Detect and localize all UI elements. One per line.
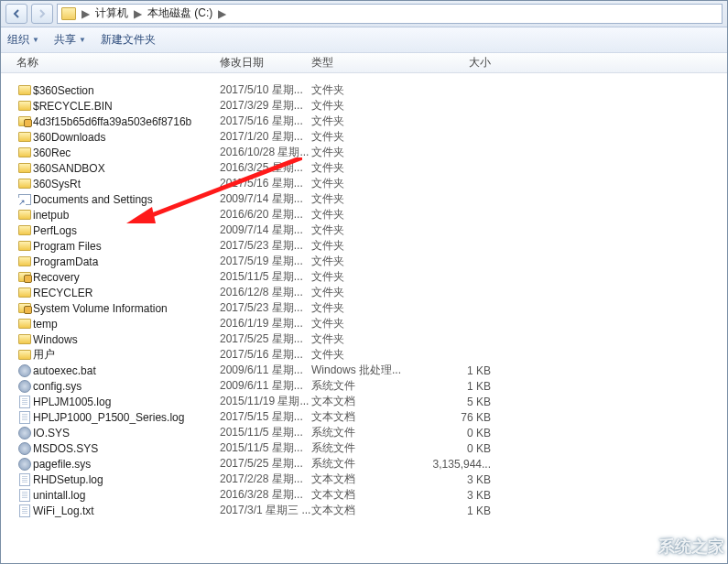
file-row[interactable]: 360SysRt2017/5/16 星期...文件夹 [0, 176, 728, 191]
file-row[interactable]: ProgramData2017/5/19 星期...文件夹 [0, 254, 728, 269]
file-date: 2016/3/25 星期... [220, 160, 311, 176]
column-headers: 名称 修改日期 类型 大小 [0, 53, 728, 73]
col-type[interactable]: 类型 [311, 55, 403, 70]
file-type: 文件夹 [311, 176, 403, 191]
file-row[interactable]: 360SANDBOX2016/3/25 星期...文件夹 [0, 160, 728, 176]
file-name: RECYCLER [33, 287, 220, 299]
crumb-drive[interactable]: 本地磁盘 (C:) [147, 5, 212, 21]
file-type: 文件夹 [311, 269, 403, 285]
file-row[interactable]: 4d3f15b65d6ffa39a503e6f8716b2017/5/16 星期… [0, 114, 728, 129]
file-row[interactable]: MSDOS.SYS2015/11/5 星期...系统文件0 KB [0, 440, 728, 456]
file-row[interactable]: pagefile.sys2017/5/25 星期...系统文件3,135,944… [0, 456, 728, 472]
folder-icon [16, 287, 33, 298]
file-row[interactable]: config.sys2009/6/11 星期...系统文件1 KB [0, 378, 728, 394]
file-type: 文件夹 [311, 347, 403, 363]
file-type: 文件夹 [311, 331, 403, 347]
file-row[interactable]: PerfLogs2009/7/14 星期...文件夹 [0, 222, 728, 238]
file-name: Windows [33, 333, 220, 346]
file-row[interactable]: Recovery2015/11/5 星期...文件夹 [0, 269, 728, 285]
file-date: 2017/5/16 星期... [220, 347, 311, 363]
file-type: 文件夹 [311, 207, 403, 222]
new-folder-button[interactable]: 新建文件夹 [101, 32, 156, 48]
file-type: 系统文件 [311, 440, 403, 456]
file-type: 文件夹 [311, 129, 403, 145]
file-name: config.sys [33, 380, 220, 393]
watermark: 系统之家 [624, 535, 724, 559]
file-row[interactable]: WiFi_Log.txt2017/3/1 星期三 ...文本文档1 KB [0, 503, 728, 518]
file-date: 2009/6/11 星期... [220, 363, 311, 378]
file-row[interactable]: Windows2017/5/25 星期...文件夹 [0, 331, 728, 347]
file-type: 文本文档 [311, 394, 403, 409]
file-type: 文件夹 [311, 82, 403, 98]
file-icon [16, 411, 33, 424]
file-date: 2017/2/28 星期... [220, 472, 311, 487]
file-type: 文本文档 [311, 409, 403, 425]
cfg-icon [16, 380, 33, 393]
file-name: MSDOS.SYS [33, 442, 220, 455]
file-date: 2017/5/23 星期... [220, 300, 311, 316]
address-box[interactable]: ▶ 计算机 ▶ 本地磁盘 (C:) ▶ [57, 4, 723, 24]
file-row[interactable]: 360Downloads2017/1/20 星期...文件夹 [0, 129, 728, 145]
file-type: 文件夹 [311, 300, 403, 316]
file-name: 360Downloads [33, 131, 220, 144]
file-name: IO.SYS [33, 427, 220, 439]
file-name: PerfLogs [33, 224, 220, 237]
file-name: ProgramData [33, 255, 220, 268]
file-row[interactable]: inetpub2016/6/20 星期...文件夹 [0, 207, 728, 222]
file-type: 文件夹 [311, 191, 403, 207]
file-row[interactable]: $RECYCLE.BIN2017/3/29 星期...文件夹 [0, 98, 728, 114]
folder-icon [16, 319, 33, 329]
chevron-down-icon: ▼ [79, 36, 86, 44]
file-date: 2016/3/28 星期... [220, 487, 311, 503]
col-name[interactable]: 名称 [16, 55, 220, 70]
arrow-left-icon [12, 9, 21, 18]
crumb-computer[interactable]: 计算机 [95, 5, 128, 21]
file-name: 用户 [33, 347, 220, 363]
file-type: 文件夹 [311, 316, 403, 331]
col-size[interactable]: 大小 [403, 55, 513, 70]
file-type: 文件夹 [311, 222, 403, 238]
file-row[interactable]: RECYCLER2016/12/8 星期...文件夹 [0, 285, 728, 300]
file-row[interactable]: 360Rec2016/10/28 星期...文件夹 [0, 145, 728, 160]
folder-lock-icon [16, 272, 33, 282]
folder-icon [16, 256, 33, 266]
house-icon [624, 535, 653, 559]
file-size: 5 KB [403, 396, 513, 408]
file-row[interactable]: 用户2017/5/16 星期...文件夹 [0, 347, 728, 363]
file-date: 2017/5/23 星期... [220, 238, 311, 254]
organize-menu[interactable]: 组织 ▼ [7, 32, 39, 48]
file-row[interactable]: System Volume Information2017/5/23 星期...… [0, 300, 728, 316]
folder-icon [16, 179, 33, 189]
folder-lock-icon [16, 303, 33, 313]
file-name: $360Section [33, 84, 220, 97]
file-row[interactable]: RHDSetup.log2017/2/28 星期...文本文档3 KB [0, 472, 728, 487]
folder-icon [16, 241, 33, 251]
file-row[interactable]: Documents and Settings2009/7/14 星期...文件夹 [0, 191, 728, 207]
share-menu[interactable]: 共享 ▼ [54, 32, 86, 48]
file-row[interactable]: HPLJP1000_P1500_Series.log2017/5/15 星期..… [0, 409, 728, 425]
address-bar: ▶ 计算机 ▶ 本地磁盘 (C:) ▶ [0, 0, 728, 27]
file-row[interactable]: unintall.log2016/3/28 星期...文本文档3 KB [0, 487, 728, 503]
file-type: Windows 批处理... [311, 363, 403, 378]
folder-icon [16, 163, 33, 173]
file-icon [16, 473, 33, 486]
file-name: temp [33, 318, 220, 331]
drive-icon [61, 7, 76, 20]
col-date[interactable]: 修改日期 [220, 55, 311, 70]
new-folder-label: 新建文件夹 [101, 32, 156, 48]
file-row[interactable]: HPLJM1005.log2015/11/19 星期...文本文档5 KB [0, 394, 728, 409]
file-name: HPLJM1005.log [33, 396, 220, 408]
file-type: 系统文件 [311, 425, 403, 440]
file-name: WiFi_Log.txt [33, 504, 220, 517]
file-date: 2017/5/16 星期... [220, 114, 311, 129]
file-row[interactable]: Program Files2017/5/23 星期...文件夹 [0, 238, 728, 254]
file-row[interactable]: autoexec.bat2009/6/11 星期...Windows 批处理..… [0, 363, 728, 378]
file-date: 2017/5/15 星期... [220, 409, 311, 425]
forward-button[interactable] [31, 4, 53, 24]
file-row[interactable]: $360Section2017/5/10 星期...文件夹 [0, 82, 728, 98]
file-type: 系统文件 [311, 456, 403, 472]
back-button[interactable] [5, 4, 27, 24]
file-row[interactable]: temp2016/1/19 星期...文件夹 [0, 316, 728, 331]
folder-icon [16, 101, 33, 111]
file-row[interactable]: IO.SYS2015/11/5 星期...系统文件0 KB [0, 425, 728, 440]
